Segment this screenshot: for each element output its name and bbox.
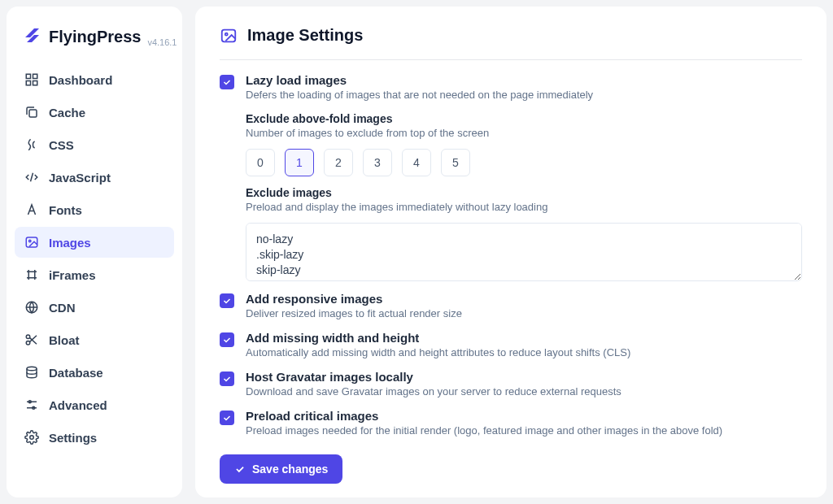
sidebar-item-label: JavaScript bbox=[49, 171, 111, 185]
exclude-images-input[interactable] bbox=[246, 223, 802, 281]
sidebar-item-label: CSS bbox=[49, 138, 74, 152]
save-button-label: Save changes bbox=[252, 463, 328, 476]
checkbox-lazy-load[interactable] bbox=[220, 75, 234, 89]
setting-missing-wh: Add missing width and height Automatical… bbox=[220, 331, 802, 358]
above-fold-options: 0 1 2 3 4 5 bbox=[246, 149, 802, 176]
sidebar-item-css[interactable]: CSS bbox=[15, 129, 174, 160]
app-logo-icon bbox=[23, 26, 42, 48]
sub-desc: Number of images to exclude from top of … bbox=[246, 127, 802, 139]
checkbox-preload[interactable] bbox=[220, 411, 234, 425]
sidebar-item-label: Advanced bbox=[49, 398, 107, 412]
svg-rect-4 bbox=[29, 110, 37, 117]
image-icon bbox=[24, 235, 39, 250]
above-fold-option-0[interactable]: 0 bbox=[246, 149, 275, 176]
image-icon bbox=[220, 27, 238, 45]
nav: Dashboard Cache CSS JavaScript Fonts Ima… bbox=[15, 64, 174, 453]
svg-rect-3 bbox=[33, 81, 37, 85]
above-fold-option-1[interactable]: 1 bbox=[285, 149, 314, 176]
scissors-icon bbox=[24, 332, 39, 347]
sidebar-item-label: CDN bbox=[49, 301, 76, 315]
setting-title: Host Gravatar images locally bbox=[246, 370, 802, 384]
sidebar-item-bloat[interactable]: Bloat bbox=[15, 324, 174, 355]
sidebar-item-label: Cache bbox=[49, 106, 85, 119]
sidebar-item-label: Images bbox=[49, 236, 91, 250]
svg-rect-1 bbox=[33, 74, 37, 78]
setting-desc: Defers the loading of images that are no… bbox=[246, 89, 802, 101]
checkbox-responsive[interactable] bbox=[220, 293, 234, 308]
sidebar-item-label: Settings bbox=[49, 431, 97, 445]
setting-desc: Preload images needed for the initial re… bbox=[246, 424, 802, 437]
setting-gravatar: Host Gravatar images locally Download an… bbox=[220, 370, 802, 398]
sub-desc: Preload and display the images immediate… bbox=[246, 201, 802, 213]
setting-responsive: Add responsive images Deliver resized im… bbox=[220, 292, 802, 319]
sidebar-item-label: Database bbox=[49, 366, 103, 380]
copy-icon bbox=[24, 105, 39, 119]
sliders-icon bbox=[24, 398, 39, 412]
setting-lazy-load: Lazy load images Defers the loading of i… bbox=[220, 73, 802, 101]
app-name: FlyingPress bbox=[49, 28, 141, 46]
main: Image Settings Lazy load images Defers t… bbox=[195, 7, 826, 497]
svg-rect-2 bbox=[26, 81, 30, 85]
checkbox-gravatar[interactable] bbox=[220, 371, 234, 386]
sidebar-item-label: Fonts bbox=[49, 203, 82, 217]
svg-point-25 bbox=[225, 33, 228, 35]
setting-desc: Deliver resized images to fit actual ren… bbox=[246, 307, 802, 319]
code-icon bbox=[24, 170, 39, 185]
globe-icon bbox=[24, 300, 39, 315]
above-fold-option-3[interactable]: 3 bbox=[363, 149, 392, 176]
sidebar-item-images[interactable]: Images bbox=[15, 227, 174, 258]
sub-title: Exclude above-fold images bbox=[246, 112, 802, 125]
sidebar-item-database[interactable]: Database bbox=[15, 357, 174, 388]
svg-line-5 bbox=[31, 173, 33, 182]
sidebar-item-label: Dashboard bbox=[49, 73, 112, 87]
grid-icon bbox=[24, 72, 39, 87]
sidebar-item-settings[interactable]: Settings bbox=[15, 422, 174, 453]
svg-point-23 bbox=[30, 436, 34, 440]
gear-icon bbox=[24, 430, 39, 445]
setting-title: Preload critical images bbox=[246, 409, 802, 423]
database-icon bbox=[24, 365, 39, 380]
save-button[interactable]: Save changes bbox=[220, 454, 342, 484]
page-header: Image Settings bbox=[220, 26, 802, 60]
sidebar-item-javascript[interactable]: JavaScript bbox=[15, 162, 174, 193]
setting-preload: Preload critical images Preload images n… bbox=[220, 409, 802, 437]
frame-icon bbox=[24, 267, 39, 282]
above-fold-option-4[interactable]: 4 bbox=[402, 149, 431, 176]
sidebar: FlyingPress v4.16.1 Dashboard Cache CSS … bbox=[7, 7, 182, 497]
setting-desc: Download and save Gravatar images on you… bbox=[246, 385, 802, 398]
exclude-images: Exclude images Preload and display the i… bbox=[246, 186, 802, 284]
font-icon bbox=[24, 202, 39, 217]
setting-title: Lazy load images bbox=[246, 73, 802, 87]
svg-point-18 bbox=[27, 367, 37, 371]
logo-row: FlyingPress v4.16.1 bbox=[15, 21, 174, 64]
logo: FlyingPress bbox=[23, 26, 141, 48]
sidebar-item-cdn[interactable]: CDN bbox=[15, 292, 174, 323]
sidebar-item-fonts[interactable]: Fonts bbox=[15, 194, 174, 225]
above-fold-option-2[interactable]: 2 bbox=[324, 149, 353, 176]
sidebar-item-advanced[interactable]: Advanced bbox=[15, 389, 174, 420]
sidebar-item-dashboard[interactable]: Dashboard bbox=[15, 64, 174, 95]
exclude-above-fold: Exclude above-fold images Number of imag… bbox=[246, 112, 802, 176]
sub-title: Exclude images bbox=[246, 186, 802, 199]
svg-point-7 bbox=[29, 240, 31, 241]
setting-desc: Automatically add missing width and heig… bbox=[246, 346, 802, 358]
app-version: v4.16.1 bbox=[147, 37, 177, 47]
page-title: Image Settings bbox=[247, 26, 363, 45]
above-fold-option-5[interactable]: 5 bbox=[441, 149, 470, 176]
css-icon bbox=[24, 137, 39, 152]
svg-rect-0 bbox=[26, 74, 30, 78]
sidebar-item-iframes[interactable]: iFrames bbox=[15, 259, 174, 290]
sidebar-item-cache[interactable]: Cache bbox=[15, 97, 174, 128]
sidebar-item-label: iFrames bbox=[49, 268, 96, 282]
setting-title: Add missing width and height bbox=[246, 331, 802, 345]
checkbox-missing-wh[interactable] bbox=[220, 332, 234, 347]
setting-title: Add responsive images bbox=[246, 292, 802, 306]
sidebar-item-label: Bloat bbox=[49, 333, 80, 347]
